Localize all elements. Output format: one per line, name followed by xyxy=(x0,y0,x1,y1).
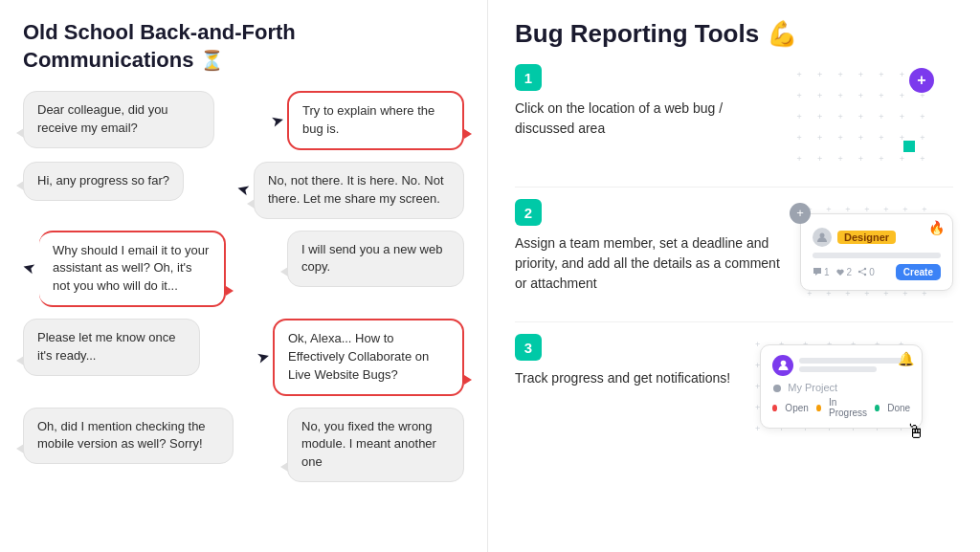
dot: + xyxy=(830,64,850,85)
create-button[interactable]: Create xyxy=(896,264,941,280)
right-title: Bug Reporting Tools 💪 xyxy=(515,19,953,49)
step-3-left: 3 Track progress and get notifications! xyxy=(515,334,730,388)
step-1-visual: +++++++ +++++++ +++++++ +++++++ +++++++ … xyxy=(789,64,953,169)
divider-1 xyxy=(515,187,953,188)
bubble-6: I will send you a new web copy. xyxy=(287,231,464,288)
dot: + xyxy=(871,127,891,148)
step-3-num: 3 xyxy=(515,334,542,361)
dot: + xyxy=(830,85,850,106)
bubble-4-wrap: No, not there. It is here. No. Not there… xyxy=(254,162,464,219)
dot: + xyxy=(810,85,830,106)
legend-inprogress-dot xyxy=(816,405,821,411)
bubble-1: Dear colleague, did you receive my email… xyxy=(23,91,214,148)
bubble-5-wrap: Why should I email it to your assistant … xyxy=(39,231,226,308)
bubble-3: Hi, any progress so far? xyxy=(23,162,184,201)
arrow-left-2: ➤ xyxy=(21,258,37,279)
step-2-num: 2 xyxy=(515,199,542,226)
dot: + xyxy=(851,106,871,127)
chat-row-5: Oh, did I mention checking the mobile ve… xyxy=(23,408,464,483)
chat-container: Dear colleague, did you receive my email… xyxy=(23,91,464,482)
dot: + xyxy=(830,148,850,169)
dot: + xyxy=(789,127,809,148)
step-3-visual: +++++++ +++++++ +++++++ +++++++ +++++++ … xyxy=(746,334,937,439)
dot xyxy=(933,148,953,169)
dot xyxy=(933,85,953,106)
dot: + xyxy=(851,64,871,85)
progress-bar-2 xyxy=(799,366,877,372)
svg-line-5 xyxy=(859,272,865,275)
progress-avatar-row xyxy=(772,355,910,376)
dot: + xyxy=(912,127,932,148)
svg-point-7 xyxy=(773,385,781,392)
title-line1: Old School Back-and-Forth xyxy=(23,20,296,44)
arrow-left-1: ➤ xyxy=(235,180,252,201)
task-person-row: Designer xyxy=(813,228,941,247)
dot: + xyxy=(892,85,912,106)
legend-done-dot xyxy=(875,405,880,411)
comment-count: 1 xyxy=(813,267,830,277)
chat-row-2: Hi, any progress so far? ➤ No, not there… xyxy=(23,162,464,219)
dot: + xyxy=(830,127,850,148)
bubble-5: Why should I email it to your assistant … xyxy=(39,231,226,308)
dot: + xyxy=(871,148,891,169)
legend-inprogress-label: In Progress xyxy=(829,397,867,418)
bubble-2: Try to explain where the bug is. xyxy=(287,91,464,150)
dot: + xyxy=(810,127,830,148)
dot: + xyxy=(851,148,871,169)
dot: + xyxy=(851,85,871,106)
chat-row-3: ➤ Why should I email it to your assistan… xyxy=(23,231,464,308)
bubble-10: No, you fixed the wrong module. I meant … xyxy=(287,408,464,483)
dot: + xyxy=(892,106,912,127)
step-1-num: 1 xyxy=(515,64,542,91)
legend-done-label: Done xyxy=(887,403,910,413)
dot: + xyxy=(789,64,809,85)
step-1-left: 1 Click on the location of a web bug / d… xyxy=(515,64,773,139)
avatar xyxy=(772,355,793,376)
bubble-10-wrap: No, you fixed the wrong module. I meant … xyxy=(287,408,464,483)
fire-icon: 🔥 xyxy=(928,220,945,235)
dot: + xyxy=(789,106,809,127)
bubble-4: No, not there. It is here. No. Not there… xyxy=(254,162,464,219)
task-card: + 🔥 Designer 1 2 xyxy=(800,213,953,291)
share-count: 0 xyxy=(858,267,875,277)
dot: + xyxy=(789,148,809,169)
green-cursor-dot xyxy=(903,141,915,152)
left-panel: Old School Back-and-Forth Communications… xyxy=(0,0,488,552)
plus-button[interactable]: + xyxy=(909,68,934,93)
chat-row-4: Please let me know once it's ready... ➤ … xyxy=(23,319,464,396)
step-1-text: Click on the location of a web bug / dis… xyxy=(515,99,773,139)
bubble-7-wrap: Please let me know once it's ready... xyxy=(23,319,200,376)
chat-row-1: Dear colleague, did you receive my email… xyxy=(23,91,464,150)
step-2-section: 2 Assign a team member, set a deadline a… xyxy=(515,199,953,304)
bubble-6-wrap: I will send you a new web copy. xyxy=(287,231,464,288)
right-title-emoji: 💪 xyxy=(767,19,797,49)
svg-point-6 xyxy=(780,361,786,366)
bubble-8-wrap: Ok, Alexa... How to Effectively Collabor… xyxy=(273,319,464,396)
bubble-7: Please let me know once it's ready... xyxy=(23,319,200,376)
dot xyxy=(933,64,953,85)
arrow-right-1: ➤ xyxy=(269,110,285,131)
dot xyxy=(933,106,953,127)
title-emoji: ⏳ xyxy=(200,50,224,71)
dot: + xyxy=(810,148,830,169)
svg-line-4 xyxy=(859,269,865,272)
dot: + xyxy=(912,148,932,169)
bell-icon: 🔔 xyxy=(898,351,914,366)
dot xyxy=(933,127,953,148)
project-name: My Project xyxy=(772,382,910,393)
progress-bar-1 xyxy=(799,358,910,364)
bubble-3-wrap: Hi, any progress so far? xyxy=(23,162,184,201)
designer-badge: Designer xyxy=(837,231,896,244)
person-icon xyxy=(813,228,832,247)
dot: + xyxy=(871,64,891,85)
dot: + xyxy=(830,106,850,127)
dot: + xyxy=(912,106,932,127)
dot: + xyxy=(871,106,891,127)
task-plus-button[interactable]: + xyxy=(790,203,811,224)
bubble-9: Oh, did I mention checking the mobile ve… xyxy=(23,408,234,465)
step-2-visual: +++++++ +++++++ +++++++ +++++++ +++++++ … xyxy=(800,199,953,304)
right-panel: Bug Reporting Tools 💪 1 Click on the loc… xyxy=(488,0,980,552)
step-1-section: 1 Click on the location of a web bug / d… xyxy=(515,64,953,169)
task-bottom-row: 1 2 0 Create xyxy=(813,264,941,280)
divider-2 xyxy=(515,321,953,322)
